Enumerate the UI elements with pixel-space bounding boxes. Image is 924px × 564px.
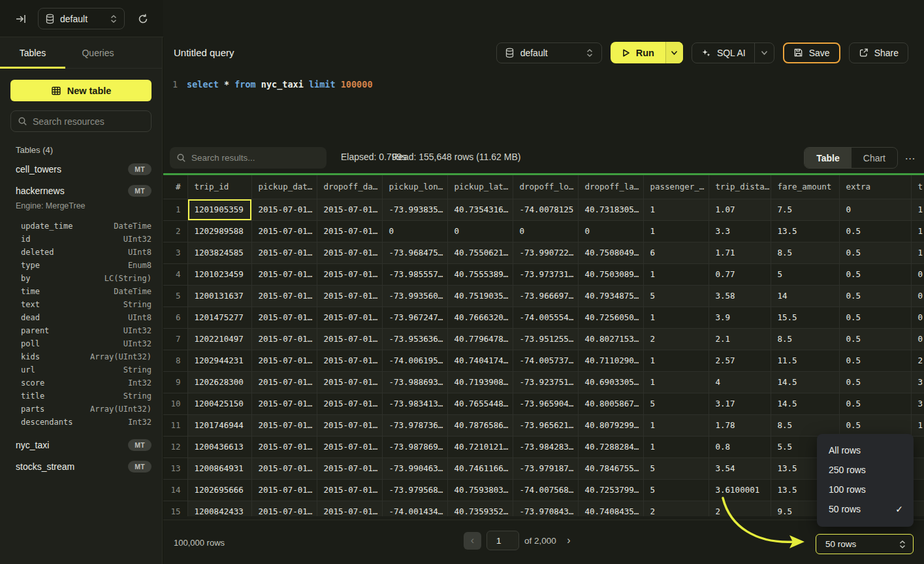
table-cell[interactable]: 2015-07-01… [317,328,382,350]
table-cell[interactable]: 1202944231 [187,350,251,371]
table-cell[interactable]: -73.990722… [513,242,578,263]
resource-search[interactable] [10,110,151,132]
sidebar-tab-tables[interactable]: Tables [0,37,65,68]
table-cell[interactable]: 0.5 [839,371,911,393]
table-cell[interactable]: 40.8079299… [578,414,643,436]
table-cell[interactable]: 0.5 [839,350,911,371]
table-cell[interactable]: 0.5 [839,307,911,328]
column-header[interactable]: dropoff_lo… [513,175,578,199]
menu-item[interactable]: 50 rows✓ [817,499,914,519]
table-cell[interactable]: 0 [839,199,911,220]
table-cell[interactable]: 2015-07-01… [317,220,382,242]
table-cell[interactable]: 14 [771,285,839,307]
table-cell[interactable]: 40.7461166… [447,457,513,479]
table-cell[interactable]: 8.5 [771,328,839,350]
table-cell[interactable]: 15.5 [771,307,839,328]
table-cell[interactable]: 40.8005867… [578,393,643,414]
table-cell[interactable]: 5 [771,263,839,285]
table-cell[interactable]: 40.7519035… [447,285,513,307]
column-header[interactable]: pickup_dat… [251,175,317,199]
table-cell[interactable]: 0 [911,285,924,307]
column-header[interactable]: extra [839,175,911,199]
column-header[interactable]: dropoff_la… [578,175,643,199]
table-cell[interactable]: 40.6903305… [578,371,643,393]
table-cell[interactable]: 0 [447,220,513,242]
table-cell[interactable]: 0.5 [839,285,911,307]
table-cell[interactable]: 1 [643,263,709,285]
table-cell[interactable]: 40.7404174… [447,350,513,371]
table-cell[interactable]: 2015-07-01… [317,350,382,371]
table-cell[interactable]: 2015-07-01… [317,199,382,220]
menu-item[interactable]: 250 rows [817,460,914,480]
menu-item[interactable]: 100 rows [817,480,914,499]
page-size-select[interactable]: 50 rows [816,534,914,554]
table-cell[interactable]: 11.5 [771,350,839,371]
table-cell[interactable]: 40.7555389… [447,263,513,285]
resource-search-input[interactable] [33,116,144,127]
table-cell[interactable]: 2015-07-01… [317,479,382,501]
table-cell[interactable]: 2015-07-01… [251,328,317,350]
table-cell[interactable]: 2015-07-01… [251,350,317,371]
table-cell[interactable]: -73.978736… [382,414,447,436]
table-cell[interactable]: -73.983413… [382,393,447,414]
column-header[interactable]: pickup_lon… [382,175,447,199]
table-cell[interactable]: 1200425150 [187,393,251,414]
table-cell[interactable]: 1201746944 [187,414,251,436]
column-header[interactable]: pickup_lat… [447,175,513,199]
table-cell[interactable]: 3.17 [709,393,771,414]
table-cell[interactable]: -74.005554… [513,307,578,328]
table-cell[interactable]: 40.7318305… [578,199,643,220]
table-cell[interactable]: 7.5 [771,199,839,220]
table-cell[interactable]: 0 [382,220,447,242]
table-cell[interactable]: 1.07 [709,199,771,220]
sidebar-tab-queries[interactable]: Queries [65,37,131,68]
column-header[interactable]: trip_dista… [709,175,771,199]
table-cell[interactable]: -73.979187… [513,457,578,479]
table-cell[interactable]: 2 [643,328,709,350]
table-cell[interactable]: 1202695666 [187,479,251,501]
table-cell[interactable]: 1 [911,414,924,436]
sidebar-item-stocks-stream[interactable]: stocks_stream MT [0,456,162,477]
table-cell[interactable]: -73.987869… [382,436,447,457]
table-cell[interactable]: 2015-07-01… [317,285,382,307]
table-cell[interactable]: 40.7666320… [447,307,513,328]
sidebar-item-cell-towers[interactable]: cell_towers MT [0,158,162,180]
table-cell[interactable]: 40.7256050… [578,307,643,328]
table-cell[interactable]: 0.5 [839,414,911,436]
table-cell[interactable]: 40.7796478… [447,328,513,350]
table-cell[interactable]: 0 [911,307,924,328]
next-page-button[interactable]: › [562,532,576,550]
table-cell[interactable]: 2015-07-01… [251,307,317,328]
table-cell[interactable]: -73.966697… [513,285,578,307]
refresh-button[interactable] [135,10,151,27]
table-cell[interactable]: 2 [911,350,924,371]
column-header[interactable]: passenger_… [643,175,709,199]
table-cell[interactable]: 2015-07-01… [317,501,382,516]
table-cell[interactable]: 1.78 [709,414,771,436]
table-cell[interactable]: 2015-07-01… [251,285,317,307]
table-cell[interactable]: 0.8 [709,436,771,457]
table-cell[interactable]: 14.5 [771,393,839,414]
table-cell[interactable]: 1 [643,371,709,393]
table-cell[interactable]: 2015-07-01… [317,307,382,328]
table-cell[interactable]: 2015-07-01… [317,393,382,414]
table-cell[interactable]: 40.7655448… [447,393,513,414]
table-cell[interactable]: 40.7876586… [447,414,513,436]
sidebar-item-nyc-taxi[interactable]: nyc_taxi MT [0,434,162,456]
table-cell[interactable]: 8.5 [771,242,839,263]
table-cell[interactable]: 0.5 [839,393,911,414]
sql-ai-caret[interactable] [754,43,774,63]
table-cell[interactable]: 40.7253799… [578,479,643,501]
table-cell[interactable]: 4 [709,371,771,393]
table-cell[interactable]: 40.7359352… [447,501,513,516]
share-button[interactable]: Share [849,42,908,63]
sql-ai-button[interactable]: SQL AI [692,42,774,63]
table-cell[interactable]: -73.965904… [513,393,578,414]
table-cell[interactable]: 2015-07-01… [251,393,317,414]
prev-page-button[interactable]: ‹ [464,532,481,550]
table-cell[interactable]: 5 [643,285,709,307]
menu-item[interactable]: All rows [817,440,914,460]
table-cell[interactable]: 2015-07-01… [317,457,382,479]
new-table-button[interactable]: New table [10,80,151,101]
column-header[interactable]: dropoff_da… [317,175,382,199]
